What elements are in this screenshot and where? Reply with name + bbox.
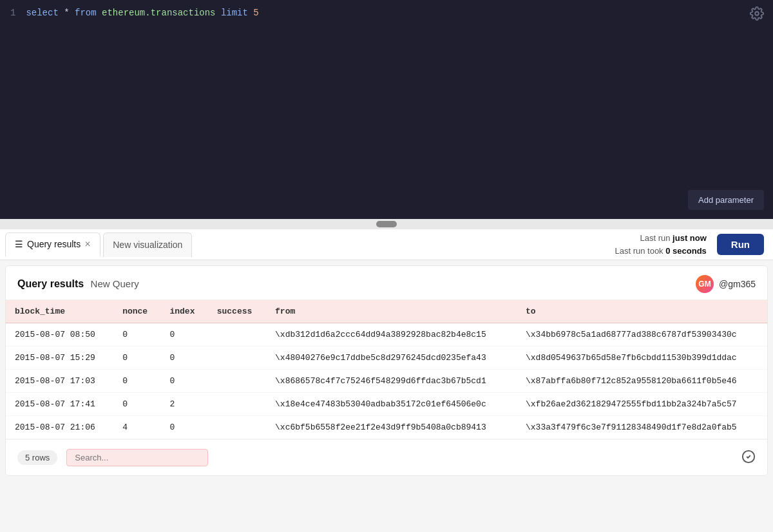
cell-success (208, 416, 266, 439)
tab-query-results-label: Query results (27, 239, 81, 249)
table-container: block_time nonce index success from to 2… (6, 300, 767, 439)
results-table: block_time nonce index success from to 2… (6, 300, 767, 439)
search-input[interactable] (66, 449, 208, 466)
tab-query-results[interactable]: ☰ Query results ✕ (5, 233, 100, 257)
gear-icon (750, 6, 764, 21)
results-header: Query results New Query GM @gm365 (6, 266, 767, 300)
last-run-line2: Last run took 0 seconds (615, 245, 706, 258)
tab-close-button[interactable]: ✕ (84, 240, 91, 248)
check-icon (741, 450, 756, 466)
cell-nonce: 0 (113, 370, 160, 393)
avatar: GM (696, 275, 714, 293)
table-row: 2015-08-07 21:0640\xc6bf5b6558f2ee21f2e4… (6, 416, 767, 439)
cell-index: 0 (160, 347, 207, 370)
cell-nonce: 0 (113, 347, 160, 370)
cell-nonce: 0 (113, 393, 160, 416)
cell-block_time: 2015-08-07 17:03 (6, 370, 113, 393)
table-row: 2015-08-07 08:5000\xdb312d1d6a2ccc64dd94… (6, 323, 767, 347)
row-count-badge: 5 rows (17, 450, 57, 465)
col-to: to (517, 300, 767, 323)
cell-to: \x33a3f479f6c3e7f91128348490d1f7e8d2a0fa… (517, 416, 767, 439)
col-from: from (266, 300, 517, 323)
cell-success (208, 393, 266, 416)
drag-handle-indicator (376, 221, 397, 227)
last-run-took-value: 0 seconds (665, 246, 707, 256)
cell-index: 0 (160, 370, 207, 393)
cell-from: \x48040276e9c17ddbe5c8d2976245dcd0235efa… (266, 347, 517, 370)
table-row: 2015-08-07 17:4102\x18e4ce47483b53040adb… (6, 393, 767, 416)
editor-area: 1 select * from ethereum.transactions li… (0, 0, 773, 219)
keyword-from: from (75, 8, 97, 18)
cell-block_time: 2015-08-07 15:29 (6, 347, 113, 370)
results-subtitle: New Query (91, 278, 139, 289)
table-name: ethereum.transactions (102, 8, 215, 18)
cell-to: \x34bb6978c5a1ad68777ad388c6787df5390343… (517, 323, 767, 347)
tab-new-viz-label: New visualization (113, 240, 182, 250)
cell-success (208, 323, 266, 347)
settings-button[interactable] (750, 6, 764, 23)
last-run-value: just now (673, 233, 707, 243)
svg-point-0 (755, 12, 759, 15)
keyword-limit: limit (221, 8, 248, 18)
cell-to: \xfb26ae2d3621829472555fbd11bb2a324b7a5c… (517, 393, 767, 416)
results-panel: Query results New Query GM @gm365 block_… (5, 265, 768, 476)
last-run-info: Last run just now Last run took 0 second… (615, 232, 706, 257)
cell-to: \xd8d0549637b65d58e7fb6cbdd11530b399d1dd… (517, 347, 767, 370)
drag-handle[interactable] (0, 219, 773, 229)
results-footer: 5 rows (6, 439, 767, 475)
add-parameter-button[interactable]: Add parameter (688, 190, 764, 210)
col-success: success (208, 300, 266, 323)
table-row: 2015-08-07 17:0300\x8686578c4f7c75246f54… (6, 370, 767, 393)
run-button[interactable]: Run (717, 234, 764, 255)
col-index: index (160, 300, 207, 323)
table-header-row: block_time nonce index success from to (6, 300, 767, 323)
code-number: 5 (253, 8, 258, 18)
last-run-label: Last run (640, 233, 671, 243)
col-nonce: nonce (113, 300, 160, 323)
cell-from: \xdb312d1d6a2ccc64dd94a3892928bac82b4e8c… (266, 323, 517, 347)
cell-from: \x8686578c4f7c75246f548299d6ffdac3b67b5c… (266, 370, 517, 393)
cell-from: \x18e4ce47483b53040adbab35172c01ef64506e… (266, 393, 517, 416)
results-user: GM @gm365 (696, 275, 756, 293)
cell-index: 2 (160, 393, 207, 416)
cell-from: \xc6bf5b6558f2ee21f2e43d9ff9b5408a0cb894… (266, 416, 517, 439)
cell-success (208, 347, 266, 370)
line-number: 1 (0, 8, 26, 211)
table-row: 2015-08-07 15:2900\x48040276e9c17ddbe5c8… (6, 347, 767, 370)
cell-block_time: 2015-08-07 17:41 (6, 393, 113, 416)
list-icon: ☰ (15, 239, 23, 249)
code-line: select * from ethereum.transactions limi… (26, 8, 258, 211)
username: @gm365 (719, 279, 756, 289)
keyword-select: select (26, 8, 58, 18)
code-star: * (64, 8, 69, 18)
cell-block_time: 2015-08-07 08:50 (6, 323, 113, 347)
cell-to: \x87abffa6b80f712c852a9558120ba6611f0b5e… (517, 370, 767, 393)
last-run-line1: Last run just now (615, 232, 706, 245)
cell-index: 0 (160, 323, 207, 347)
last-run-took-label: Last run took (615, 246, 663, 256)
cell-nonce: 4 (113, 416, 160, 439)
results-title-area: Query results New Query (17, 278, 139, 290)
col-block-time: block_time (6, 300, 113, 323)
cell-success (208, 370, 266, 393)
cell-nonce: 0 (113, 323, 160, 347)
tab-new-visualization[interactable]: New visualization (103, 233, 192, 257)
cell-block_time: 2015-08-07 21:06 (6, 416, 113, 439)
tab-bar-right: Last run just now Last run took 0 second… (615, 232, 764, 257)
cell-index: 0 (160, 416, 207, 439)
results-title: Query results (17, 278, 84, 289)
tab-bar: ☰ Query results ✕ New visualization Last… (0, 229, 773, 260)
